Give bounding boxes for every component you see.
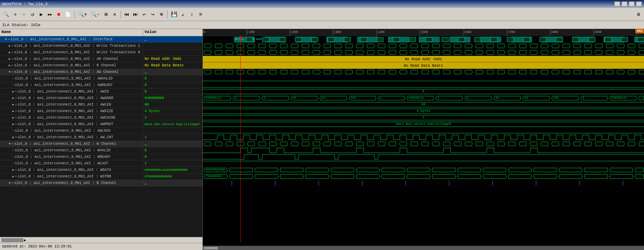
zoom-out-button[interactable]: 🔍-	[89, 10, 101, 19]
list-item[interactable]: ⎍ slot_0 : axi_interconnect_0_M01_AXI : …	[0, 154, 202, 160]
cancel-button[interactable]: ✕	[111, 10, 119, 19]
ila-status-label: ILA Status: Idle	[2, 23, 41, 27]
remove-button[interactable]: －	[20, 10, 28, 19]
list-item[interactable]: ▶ ≡ slot_0 : axi_interconnect_0_M01_AXI …	[0, 56, 202, 62]
bus-icon: ≡	[15, 175, 17, 179]
signal-icon: ⎍	[12, 83, 14, 87]
expand-icon[interactable]: ▼	[9, 181, 11, 185]
list-item[interactable]: ⎍ slot_0 : axi_interconnect_0_M01_AXI : …	[0, 147, 202, 154]
bus-icon: ≡	[15, 110, 17, 113]
status-footer: Updated at: 2022-Dec-08 13:29:01	[0, 243, 202, 250]
list-item[interactable]: ▶ ≡ slot_0 : axi_interconnect_0_M01_AXI …	[0, 134, 202, 141]
help-button[interactable]: ?	[614, 1, 620, 7]
next-edge-button[interactable]: ⏭	[131, 10, 139, 19]
expand-icon[interactable]: ▼	[9, 70, 11, 74]
bottom-scrollbar[interactable]	[203, 246, 644, 250]
signal-value: 00	[143, 102, 202, 107]
redo-button[interactable]: ↪	[149, 10, 157, 19]
signal-name: ▶ ≡ slot_0 : axi_interconnect_0_M01_AXI …	[0, 135, 143, 140]
expand-icon[interactable]: ▶	[9, 57, 11, 61]
expand-icon[interactable]: ▶	[12, 109, 14, 113]
add-button[interactable]: ＋	[11, 10, 19, 19]
list-item[interactable]: ▶ ≡ slot_0 : axi_interconnect_0_M01_AXI …	[0, 102, 202, 108]
list-item[interactable]: ▶ ≡ slot_0 : axi_interconnect_0_M01_AXI …	[0, 173, 202, 180]
signal-value: 0400000b8	[143, 96, 202, 101]
stop-button[interactable]: ■	[55, 10, 63, 19]
list-item[interactable]: ▶ ≡ slot_0 : axi_interconnect_0_M01_AXI …	[0, 43, 202, 49]
bottom-scroll-thumb[interactable]	[204, 247, 218, 250]
expand-icon[interactable]: ▶	[12, 103, 14, 107]
expand-icon[interactable]: ▶	[12, 168, 14, 172]
expand-icon[interactable]: ▶	[12, 122, 14, 126]
signal-value: 3	[143, 115, 202, 120]
list-item[interactable]: ▶ ≡ slot_0 : axi_interconnect_0_M01_AXI …	[0, 115, 202, 121]
search-button[interactable]: 🔍	[1, 10, 11, 19]
expand-icon[interactable]: ▼	[5, 38, 7, 41]
expand-icon[interactable]: ▶	[12, 175, 14, 179]
list-item[interactable]: ▼ ▪ slot_0 : axi_interconnect_0_M01_AXI …	[0, 36, 202, 43]
expand-icon[interactable]: ▶	[9, 50, 11, 54]
signal-icon: ⎍	[12, 155, 14, 159]
list-item[interactable]: ▶ ≡ slot_0 : axi_interconnect_0_M01_AXI …	[0, 121, 202, 128]
save-button[interactable]: 💾	[170, 10, 179, 19]
signal-value: No Read Data Beats	[143, 63, 202, 68]
list-item[interactable]: ▶ ≡ slot_0 : axi_interconnect_0_M01_AXI …	[0, 167, 202, 173]
fit-button[interactable]: ⊞	[102, 10, 110, 19]
expand-icon[interactable]: ▶	[12, 116, 14, 120]
signal-name: ▼ ▪ slot_0 : axi_interconnect_0_M01_AXI …	[0, 37, 143, 42]
toolbar: 🔍 ＋ － ↺ ▶ ▶▶ ■ 📄 🔍+ 🔍- ⊞ ✕ ⏮ ⏭ ↩ ↪ ⊕ 💾 ↙…	[0, 8, 644, 21]
list-item[interactable]: ▼ ▪ slot_0 : axi_interconnect_0_M01_AXI …	[0, 69, 202, 75]
signal-value: _	[143, 37, 202, 42]
list-item[interactable]: ▼ ▪ slot_0 : axi_interconnect_0_M01_AXI …	[0, 141, 202, 147]
list-item[interactable]: ⎍ slot_0 : axi_interconnect_0_M01_AXI : …	[0, 128, 202, 134]
left-scroll-thumb[interactable]	[1, 238, 23, 242]
signal-value: _	[143, 70, 202, 74]
list-item[interactable]: ▶ ≡ slot_0 : axi_interconnect_0_M01_AXI …	[0, 95, 202, 102]
list-item[interactable]: ▶ ≡ slot_0 : axi_interconnect_0_M01_AXI …	[0, 89, 202, 95]
list-item[interactable]: ▶ ≡ slot_0 : axi_interconnect_0_M01_AXI …	[0, 62, 202, 69]
close-button[interactable]: ✕	[636, 1, 642, 7]
list-item[interactable]: ⎍ slot_0 : axi_interconnect_0_M01_AXI : …	[0, 160, 202, 167]
update-status: Updated at: 2022-Dec-08 13:29:01	[2, 245, 72, 249]
waveform-area[interactable]	[203, 36, 644, 246]
signal-name: ▶ ≡ slot_0 : axi_interconnect_0_M01_AXI …	[0, 44, 143, 48]
add-marker-button[interactable]: ⊕	[158, 10, 166, 19]
settings-button[interactable]: ⚙	[635, 10, 643, 19]
expand-icon[interactable]: ▶	[9, 44, 11, 48]
signal-value: 00000000c4ad440d000000	[143, 168, 202, 172]
left-scrollbar[interactable]: ▶	[0, 237, 202, 243]
refresh-button[interactable]: ↺	[29, 10, 37, 19]
menu-button[interactable]: ≡	[197, 10, 205, 19]
signal-name: ▶ ≡ slot_0 : axi_interconnect_0_M01_AXI …	[0, 63, 143, 68]
split-button[interactable]: ↕	[188, 10, 196, 19]
list-item[interactable]: ⎍ slot_0 : axi_interconnect_0_M01_AXI : …	[0, 75, 202, 82]
maximize-button[interactable]: □	[629, 1, 635, 7]
expand-icon[interactable]: ▼	[9, 142, 11, 146]
zoom-in-button[interactable]: 🔍+	[76, 10, 88, 19]
main-content: Name Value ▼ ▪ slot_0 : axi_interconnect…	[0, 29, 644, 250]
list-item[interactable]: ▶ ≡ slot_0 : axi_interconnect_0_M01_AXI …	[0, 108, 202, 115]
signal-value	[143, 52, 202, 53]
expand-icon[interactable]: ▶	[12, 96, 14, 100]
group-icon: ▪	[11, 142, 13, 146]
signal-list[interactable]: ▼ ▪ slot_0 : axi_interconnect_0_M01_AXI …	[0, 36, 202, 237]
time-ruler-canvas	[203, 29, 644, 36]
export-button[interactable]: ↙	[179, 10, 187, 19]
new-button[interactable]: 📄	[63, 10, 72, 19]
expand-icon[interactable]: ▶	[12, 135, 14, 139]
prev-edge-button[interactable]: ⏮	[123, 10, 131, 19]
minimize-button[interactable]: _	[622, 1, 627, 7]
list-item[interactable]: ▶ ≡ slot_0 : axi_interconnect_0_M01_AXI …	[0, 49, 202, 56]
signal-icon: ⎍	[12, 129, 14, 133]
signal-value	[143, 131, 202, 131]
undo-button[interactable]: ↩	[140, 10, 148, 19]
run-all-button[interactable]: ▶▶	[46, 10, 54, 19]
run-button[interactable]: ▶	[37, 10, 45, 19]
expand-icon[interactable]: ▶	[9, 63, 11, 67]
expand-icon[interactable]: ▶	[12, 90, 14, 94]
scroll-arrow-right[interactable]: ▶	[24, 238, 26, 242]
left-panel: Name Value ▼ ▪ slot_0 : axi_interconnect…	[0, 29, 203, 250]
list-item[interactable]: ⎍ slot_0 : axi_interconnect_0_M01_AXI : …	[0, 82, 202, 89]
list-item[interactable]: ▼ ▪ slot_0 : axi_interconnect_0_M01_AXI …	[0, 180, 202, 187]
signal-value: Data Non-secure Unprivileged	[143, 122, 202, 127]
